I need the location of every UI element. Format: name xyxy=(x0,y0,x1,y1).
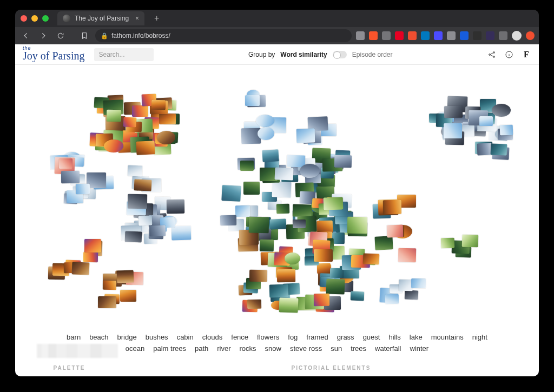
painting-thumb[interactable] xyxy=(387,225,404,238)
new-tab-button[interactable]: + xyxy=(150,14,163,23)
painting-thumb[interactable] xyxy=(128,194,147,209)
notion-icon[interactable] xyxy=(473,31,482,40)
filter-tag-waterfall[interactable]: waterfall xyxy=(375,344,401,353)
moon-icon[interactable] xyxy=(382,31,391,40)
painting-thumb[interactable] xyxy=(117,270,134,283)
painting-thumb[interactable] xyxy=(398,248,417,263)
painting-thumb[interactable] xyxy=(159,114,176,124)
filter-tag-clouds[interactable]: clouds xyxy=(202,333,223,341)
filter-tag-snow[interactable]: snow xyxy=(265,344,281,353)
painting-thumb[interactable] xyxy=(132,105,148,117)
react-icon[interactable] xyxy=(434,31,443,40)
painting-thumb[interactable] xyxy=(314,294,329,306)
painting-thumb[interactable] xyxy=(107,109,121,121)
painting-thumb[interactable] xyxy=(276,204,289,214)
painting-thumb[interactable] xyxy=(249,270,267,282)
brave-icon[interactable] xyxy=(369,31,378,40)
painting-thumb[interactable] xyxy=(136,141,155,155)
group-by-active[interactable]: Word similarity xyxy=(280,51,327,58)
painting-thumb[interactable] xyxy=(134,179,151,191)
painting-thumb[interactable] xyxy=(491,143,507,155)
filter-tag-beach[interactable]: beach xyxy=(89,333,108,341)
painting-thumb[interactable] xyxy=(83,252,98,262)
forward-button[interactable] xyxy=(37,29,50,42)
painting-thumb[interactable] xyxy=(275,167,294,180)
painting-thumb[interactable] xyxy=(221,185,241,202)
painting-thumb[interactable] xyxy=(270,218,287,229)
filter-tag-hills[interactable]: hills xyxy=(388,333,400,341)
group-by-inactive[interactable]: Episode order xyxy=(352,51,393,58)
painting-thumb[interactable] xyxy=(269,284,288,298)
dots-icon[interactable] xyxy=(499,31,507,40)
painting-thumb[interactable] xyxy=(258,127,274,140)
painting-thumb[interactable] xyxy=(441,237,455,248)
tab-close-button[interactable]: × xyxy=(135,15,139,22)
reload-button[interactable] xyxy=(54,29,67,42)
painting-thumb[interactable] xyxy=(351,291,365,301)
painting-thumb[interactable] xyxy=(499,125,513,136)
painting-thumb[interactable] xyxy=(138,216,153,226)
painting-thumb[interactable] xyxy=(76,184,90,195)
painting-thumb[interactable] xyxy=(462,234,479,247)
filter-tag-trees[interactable]: trees xyxy=(351,344,366,353)
painting-thumb[interactable] xyxy=(84,239,101,253)
back-button[interactable] xyxy=(19,29,32,42)
painting-thumb[interactable] xyxy=(120,290,136,302)
painting-thumb[interactable] xyxy=(411,278,426,288)
site-logo[interactable]: the Joy of Parsing xyxy=(23,46,88,62)
filter-tag-fog[interactable]: fog xyxy=(288,333,298,341)
search-box[interactable] xyxy=(94,48,154,61)
painting-thumb[interactable] xyxy=(128,165,143,176)
filter-tag-lake[interactable]: lake xyxy=(410,333,423,341)
painting-thumb[interactable] xyxy=(479,116,493,126)
filter-tag-barn[interactable]: barn xyxy=(67,333,81,341)
filter-tag-ocean[interactable]: ocean xyxy=(126,344,144,353)
filter-tag-fence[interactable]: fence xyxy=(231,333,248,341)
painting-thumb[interactable] xyxy=(324,197,344,210)
painting-thumb[interactable] xyxy=(167,200,184,214)
share-button[interactable] xyxy=(487,50,497,59)
bookmark-button[interactable] xyxy=(78,29,91,42)
painting-thumb[interactable] xyxy=(405,290,419,300)
painting-thumb[interactable] xyxy=(245,95,260,106)
painting-thumb[interactable] xyxy=(243,182,260,195)
filter-tag-path[interactable]: path xyxy=(195,344,208,353)
filter-tag-steve-ross[interactable]: steve ross xyxy=(290,344,322,353)
bitwarden-icon[interactable] xyxy=(460,31,469,40)
painting-thumb[interactable] xyxy=(272,181,291,197)
window-maximize-button[interactable] xyxy=(42,15,49,22)
painting-thumb[interactable] xyxy=(249,216,269,233)
filter-tag-bushes[interactable]: bushes xyxy=(146,333,168,341)
painting-thumb[interactable] xyxy=(59,158,72,169)
painting-thumb[interactable] xyxy=(444,123,462,138)
painting-thumb[interactable] xyxy=(383,200,401,214)
painting-thumb[interactable] xyxy=(262,149,279,162)
menu-button[interactable] xyxy=(526,31,535,40)
painting-thumb[interactable] xyxy=(444,106,463,118)
filter-tag-sun[interactable]: sun xyxy=(331,344,342,353)
search-input[interactable] xyxy=(98,51,149,58)
painting-thumb[interactable] xyxy=(149,225,166,237)
painting-thumb[interactable] xyxy=(247,300,261,309)
fathom-link[interactable]: F xyxy=(522,50,531,59)
painting-thumb[interactable] xyxy=(293,220,306,228)
painting-thumb[interactable] xyxy=(279,297,299,313)
painting-thumb[interactable] xyxy=(385,294,399,304)
window-close-button[interactable] xyxy=(21,15,27,22)
painting-thumb[interactable] xyxy=(492,103,511,116)
menu-icon[interactable] xyxy=(447,31,456,40)
painting-thumb[interactable] xyxy=(235,205,250,217)
painting-thumb[interactable] xyxy=(103,280,117,290)
painting-thumb[interactable] xyxy=(334,155,352,168)
filter-tag-night[interactable]: night xyxy=(472,333,487,341)
painting-thumb[interactable] xyxy=(240,161,254,171)
url-bar[interactable]: 🔒 fathom.info/bobross/ xyxy=(95,29,352,42)
painting-thumb[interactable] xyxy=(98,296,116,308)
painting-thumb[interactable] xyxy=(314,249,333,262)
painting-thumb[interactable] xyxy=(124,231,142,243)
painting-thumb[interactable] xyxy=(151,99,166,110)
info-button[interactable] xyxy=(504,50,514,59)
painting-thumb[interactable] xyxy=(172,226,192,241)
filter-tag-mountains[interactable]: mountains xyxy=(431,333,464,341)
painting-thumb[interactable] xyxy=(123,117,137,128)
